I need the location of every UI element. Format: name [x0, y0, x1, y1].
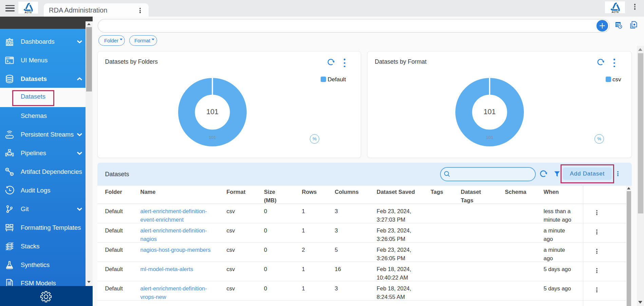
svg-text:ACTS: ACTS [24, 11, 32, 14]
svg-text:ACTS: ACTS [611, 11, 619, 13]
